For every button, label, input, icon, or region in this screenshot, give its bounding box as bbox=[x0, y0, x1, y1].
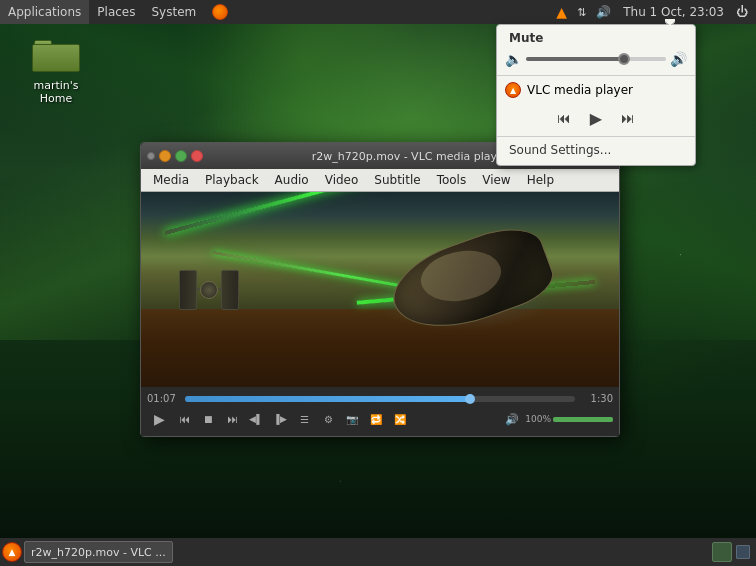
shuffle-button[interactable]: 🔀 bbox=[389, 409, 411, 429]
vol-max-icon: 🔊 bbox=[670, 51, 687, 67]
progress-thumb bbox=[465, 394, 475, 404]
vlc-player-label: VLC media player bbox=[527, 83, 633, 97]
control-buttons: ▶ ⏮ ⏹ ⏭ ◀▌ ▐▶ ☰ ⚙ 📷 🔁 🔀 🔊 100% bbox=[147, 406, 613, 432]
extended-button[interactable]: ⚙ bbox=[317, 409, 339, 429]
play-button[interactable]: ▶ bbox=[147, 408, 171, 430]
shutdown-icon[interactable]: ⏻ bbox=[732, 0, 752, 24]
firefox-launcher[interactable] bbox=[204, 0, 236, 24]
menu-playback[interactable]: Playback bbox=[197, 171, 267, 189]
volume-icon[interactable]: 🔊 bbox=[592, 0, 615, 24]
volume-popup: Mute 🔈 🔊 ▲ VLC media player ⏮ ▶ ⏭ Sound … bbox=[496, 24, 696, 166]
folder-image bbox=[32, 36, 80, 76]
minimize-button[interactable] bbox=[159, 150, 171, 162]
folder-shape bbox=[32, 36, 80, 72]
volume-track[interactable] bbox=[553, 417, 613, 422]
taskbar-vlc-label: r2w_h720p.mov - VLC ... bbox=[31, 546, 166, 559]
tie-wing-right bbox=[221, 270, 239, 310]
frame-next-button[interactable]: ▐▶ bbox=[269, 409, 291, 429]
close-button[interactable] bbox=[191, 150, 203, 162]
clock: Thu 1 Oct, 23:03 bbox=[617, 5, 730, 19]
vlc-cone-icon: ▲ bbox=[556, 4, 567, 20]
popup-divider bbox=[497, 75, 695, 76]
current-time: 01:07 bbox=[147, 393, 179, 404]
show-desktop-button[interactable] bbox=[712, 542, 732, 562]
menu-video[interactable]: Video bbox=[317, 171, 367, 189]
volume-fill bbox=[526, 57, 624, 61]
volume-control: 🔊 100% bbox=[501, 409, 613, 429]
progress-row: 01:07 1:30 bbox=[147, 391, 613, 406]
next-track-button[interactable]: ⏭ bbox=[616, 106, 640, 130]
volume-thumb bbox=[618, 53, 630, 65]
firefox-icon bbox=[212, 4, 228, 20]
volume-percent-label: 100% bbox=[525, 414, 551, 424]
vlc-panel-icon[interactable]: ▲ bbox=[552, 0, 571, 24]
workspace-switcher-1[interactable] bbox=[736, 545, 750, 559]
network-arrows-icon: ⇅ bbox=[577, 6, 586, 19]
vlc-menubar: Media Playback Audio Video Subtitle Tool… bbox=[141, 169, 619, 192]
vlc-media-controls: ⏮ ▶ ⏭ bbox=[497, 102, 695, 134]
menu-audio[interactable]: Audio bbox=[267, 171, 317, 189]
applications-menu[interactable]: Applications bbox=[0, 0, 89, 24]
taskbar: ▲ r2w_h720p.mov - VLC ... bbox=[0, 538, 756, 566]
menu-media[interactable]: Media bbox=[145, 171, 197, 189]
menu-help[interactable]: Help bbox=[519, 171, 562, 189]
popup-divider-2 bbox=[497, 136, 695, 137]
tie-cockpit bbox=[200, 281, 218, 299]
progress-bar[interactable] bbox=[185, 396, 575, 402]
maximize-button[interactable] bbox=[175, 150, 187, 162]
volume-slider[interactable] bbox=[526, 57, 666, 61]
taskbar-vlc-item[interactable]: r2w_h720p.mov - VLC ... bbox=[24, 541, 173, 563]
folder-body bbox=[32, 44, 80, 72]
taskbar-right bbox=[712, 542, 754, 562]
system-menu[interactable]: System bbox=[143, 0, 204, 24]
taskbar-vlc-icon: ▲ bbox=[2, 542, 22, 562]
volume-speaker-icon: 🔊 bbox=[501, 409, 523, 429]
volume-header: Mute bbox=[497, 25, 695, 49]
menu-view[interactable]: View bbox=[474, 171, 518, 189]
total-time: 1:30 bbox=[581, 393, 613, 404]
power-icon: ⏻ bbox=[736, 5, 748, 19]
sound-settings-button[interactable]: Sound Settings... bbox=[497, 139, 695, 161]
tie-fighter bbox=[179, 260, 239, 320]
menu-tools[interactable]: Tools bbox=[429, 171, 475, 189]
volume-level bbox=[553, 417, 613, 422]
network-icon[interactable]: ⇅ bbox=[573, 0, 590, 24]
vol-min-icon: 🔈 bbox=[505, 51, 522, 67]
home-folder-icon[interactable]: martin's Home bbox=[16, 36, 96, 105]
vlc-window: r2w_h720p.mov - VLC media player Media P… bbox=[140, 142, 620, 437]
popup-arrow bbox=[665, 19, 675, 25]
vlc-app-icon: ▲ bbox=[505, 82, 521, 98]
folder-label: martin's Home bbox=[16, 79, 96, 105]
frame-prev-button[interactable]: ◀▌ bbox=[245, 409, 267, 429]
panel-left: Applications Places System bbox=[0, 0, 236, 24]
tie-wing-left bbox=[179, 270, 197, 310]
next-button[interactable]: ⏭ bbox=[221, 409, 243, 429]
top-panel: Applications Places System ▲ ⇅ 🔊 Thu 1 O… bbox=[0, 0, 756, 24]
vlc-controls: 01:07 1:30 ▶ ⏮ ⏹ ⏭ ◀▌ ▐▶ ☰ ⚙ 📷 🔁 🔀 🔊 100… bbox=[141, 387, 619, 436]
prev-track-button[interactable]: ⏮ bbox=[552, 106, 576, 130]
volume-slider-row: 🔈 🔊 bbox=[497, 49, 695, 73]
progress-fill bbox=[185, 396, 470, 402]
places-menu[interactable]: Places bbox=[89, 0, 143, 24]
stop-button[interactable]: ⏹ bbox=[197, 409, 219, 429]
vlc-video-area[interactable] bbox=[141, 192, 619, 387]
snapshot-button[interactable]: 📷 bbox=[341, 409, 363, 429]
panel-right: ▲ ⇅ 🔊 Thu 1 Oct, 23:03 ⏻ bbox=[552, 0, 756, 24]
menu-subtitle[interactable]: Subtitle bbox=[366, 171, 428, 189]
millennium-falcon bbox=[371, 221, 571, 351]
prev-button[interactable]: ⏮ bbox=[173, 409, 195, 429]
loop-button[interactable]: 🔁 bbox=[365, 409, 387, 429]
play-pause-button[interactable]: ▶ bbox=[584, 106, 608, 130]
vlc-player-row[interactable]: ▲ VLC media player bbox=[497, 78, 695, 102]
speaker-icon: 🔊 bbox=[596, 5, 611, 19]
titlebar-dot bbox=[147, 152, 155, 160]
playlist-button[interactable]: ☰ bbox=[293, 409, 315, 429]
